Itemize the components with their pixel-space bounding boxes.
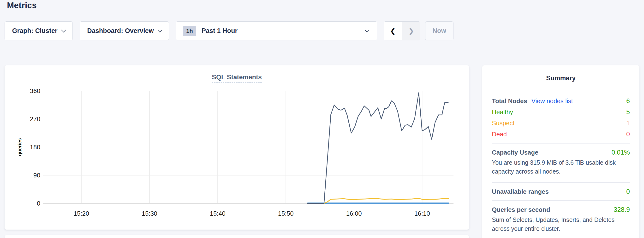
x-tick-label: 15:40 <box>210 210 226 217</box>
summary-title: Summary <box>492 65 630 82</box>
queries-per-second-value: 328.9 <box>614 206 630 213</box>
time-next-button[interactable]: ❯ <box>402 22 420 40</box>
y-tick-label: 90 <box>33 172 40 179</box>
chevron-left-icon: ❮ <box>390 27 396 35</box>
capacity-usage-label: Capacity Usage <box>492 149 538 156</box>
time-pager: ❮ ❯ <box>384 21 420 40</box>
x-tick-label: 16:00 <box>346 210 362 217</box>
divider <box>492 200 630 201</box>
divider <box>492 143 630 144</box>
series-dark-slate-line <box>308 93 449 203</box>
x-tick-label: 15:30 <box>142 210 158 217</box>
y-tick-label: 270 <box>30 115 40 123</box>
dead-value: 0 <box>626 131 630 138</box>
now-button[interactable]: Now <box>425 21 454 40</box>
healthy-nodes-row: Healthy 5 <box>492 106 630 117</box>
y-tick-label: 360 <box>30 87 40 94</box>
node-status-rows: Total Nodes View nodes list 6 Healthy 5 … <box>492 95 630 140</box>
divider <box>492 182 630 183</box>
summary-panel: Summary Total Nodes View nodes list 6 He… <box>482 65 640 238</box>
queries-per-second-label: Queries per second <box>492 206 550 213</box>
page-title: Metrics <box>7 1 37 10</box>
time-range-label: Past 1 Hour <box>202 27 238 35</box>
dashboard-dropdown-label: Dashboard: Overview <box>87 27 154 35</box>
suspect-nodes-row: Suspect 1 <box>492 117 630 129</box>
metrics-page: Metrics Graph: Cluster Dashboard: Overvi… <box>0 0 644 238</box>
toolbar: Graph: Cluster Dashboard: Overview 1h Pa… <box>4 21 454 40</box>
capacity-usage-row: Capacity Usage 0.01% <box>492 149 630 156</box>
suspect-label: Suspect <box>492 120 514 127</box>
y-tick-label: 180 <box>30 144 40 151</box>
y-axis-title: queries <box>17 138 22 156</box>
healthy-value: 5 <box>626 108 630 116</box>
dead-label: Dead <box>492 131 507 138</box>
queries-per-second-description: Sum of Selects, Updates, Inserts, and De… <box>492 215 630 233</box>
chevron-down-icon <box>158 28 162 33</box>
suspect-value: 1 <box>626 120 630 127</box>
graph-dropdown-label: Graph: Cluster <box>12 27 57 35</box>
total-nodes-row: Total Nodes View nodes list 6 <box>492 95 630 106</box>
chevron-right-icon: ❯ <box>408 27 414 35</box>
unavailable-ranges-label: Unavailable ranges <box>492 188 549 195</box>
y-tick-label: 0 <box>37 200 40 207</box>
chevron-down-icon <box>61 28 66 33</box>
healthy-label: Healthy <box>492 108 513 116</box>
unavailable-ranges-row: Unavailable ranges 0 <box>492 188 630 195</box>
x-tick-label: 16:10 <box>414 210 430 217</box>
time-prev-button[interactable]: ❮ <box>384 22 402 40</box>
sql-statements-chart[interactable]: 09018027036015:2015:3015:4015:5016:0016:… <box>4 86 469 224</box>
total-nodes-value: 6 <box>626 97 630 105</box>
capacity-usage-description: You are using 315.9 MiB of 3.6 TiB usabl… <box>492 158 630 176</box>
sql-statements-chart-card: SQL Statements 09018027036015:2015:3015:… <box>4 65 469 229</box>
time-range-badge: 1h <box>183 26 196 36</box>
chart-title[interactable]: SQL Statements <box>212 74 262 83</box>
view-nodes-link[interactable]: View nodes list <box>532 97 573 105</box>
queries-per-second-row: Queries per second 328.9 <box>492 206 630 213</box>
x-tick-label: 15:50 <box>278 210 294 217</box>
chevron-down-icon <box>365 28 370 33</box>
next-chart-card-sliver <box>4 235 469 238</box>
total-nodes-label: Total Nodes <box>492 97 527 105</box>
capacity-usage-value: 0.01% <box>611 149 630 156</box>
dead-nodes-row: Dead 0 <box>492 129 630 140</box>
x-tick-label: 15:20 <box>74 210 89 217</box>
graph-dropdown[interactable]: Graph: Cluster <box>4 21 73 40</box>
time-range-dropdown[interactable]: 1h Past 1 Hour <box>176 21 377 40</box>
unavailable-ranges-value: 0 <box>626 188 630 195</box>
dashboard-dropdown[interactable]: Dashboard: Overview <box>80 21 169 40</box>
